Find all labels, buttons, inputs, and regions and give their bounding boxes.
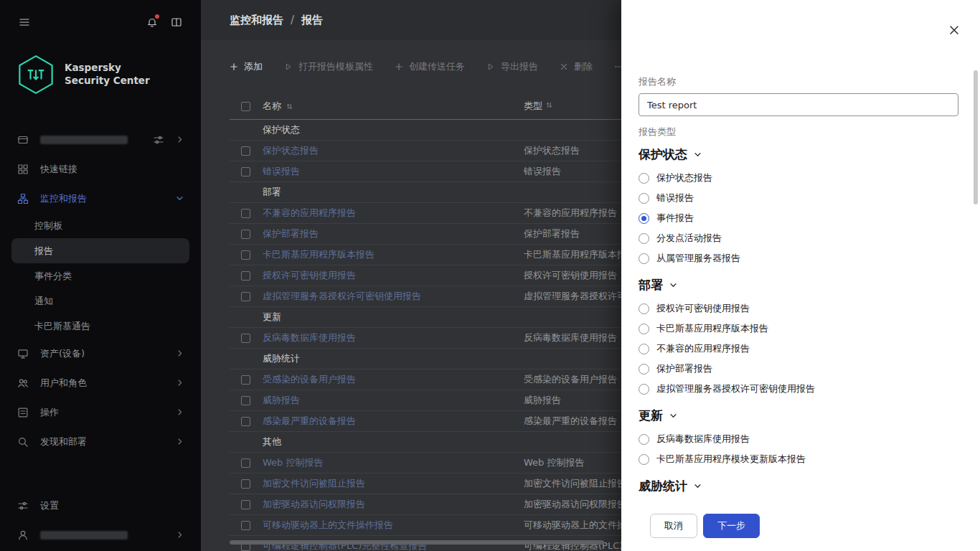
row-checkbox[interactable]	[241, 334, 250, 343]
row-checkbox[interactable]	[241, 209, 250, 218]
drawer-footer: 取消 下一步	[621, 501, 980, 551]
sidebar-item-notifications[interactable]: 通知	[0, 288, 201, 314]
report-link[interactable]: 威胁报告	[263, 394, 300, 407]
sidebar-item-server[interactable]	[0, 125, 201, 154]
panels-icon[interactable]	[171, 17, 182, 28]
radio-option[interactable]: 保护状态报告	[639, 168, 958, 188]
breadcrumb-parent[interactable]: 监控和报告	[230, 14, 283, 27]
row-checkbox[interactable]	[241, 479, 250, 489]
sidebar-item-operations[interactable]: 操作	[0, 397, 201, 427]
report-link[interactable]: 感染最严重的设备报告	[263, 415, 356, 428]
row-checkbox[interactable]	[241, 417, 250, 426]
toolbar-item-delete[interactable]: 删除	[560, 60, 593, 73]
sidebar-item-dashboard[interactable]: 控制板	[0, 213, 201, 238]
radio-option[interactable]: 从属管理服务器报告	[639, 248, 958, 268]
sidebar-item-quick-links[interactable]: 快速链接	[0, 154, 201, 184]
radio-option[interactable]: 虚拟管理服务器授权许可密钥使用报告	[639, 379, 958, 399]
chevron-right-icon	[176, 438, 184, 446]
column-header-type[interactable]: 类型	[524, 100, 542, 111]
column-header-name[interactable]: 名称	[263, 100, 281, 113]
radio-option[interactable]: 保护部署报告	[639, 359, 958, 379]
report-link[interactable]: 保护部署报告	[263, 227, 319, 240]
row-checkbox[interactable]	[241, 271, 250, 281]
vertical-scrollbar-thumb[interactable]	[974, 70, 978, 204]
row-name-cell: 反病毒数据库使用报告	[263, 331, 524, 344]
report-link[interactable]: 不兼容的应用程序报告	[263, 207, 356, 220]
radio-option[interactable]: 授权许可密钥使用报告	[639, 298, 958, 319]
report-link[interactable]: 错误报告	[263, 165, 300, 178]
report-link[interactable]: 受感染的设备用户报告	[263, 373, 356, 386]
report-link[interactable]: 加密驱动器访问权限报告	[263, 498, 365, 511]
section-header-updates[interactable]: 更新	[639, 408, 958, 423]
report-link[interactable]: 加密文件访问被阻止报告	[263, 477, 365, 490]
sort-icon[interactable]	[286, 103, 293, 110]
sidebar-item-reports[interactable]: 报告	[11, 238, 189, 263]
report-link[interactable]: 授权许可密钥使用报告	[263, 269, 356, 282]
notifications-bell-icon[interactable]	[146, 17, 158, 28]
row-check-cell	[230, 521, 263, 530]
horizontal-scrollbar-thumb[interactable]	[230, 540, 604, 545]
kaspersky-logo-icon	[17, 55, 55, 95]
row-checkbox[interactable]	[241, 167, 250, 176]
section-header-protection-status[interactable]: 保护状态	[639, 146, 958, 162]
radio-option[interactable]: 卡巴斯基应用程序模块更新版本报告	[639, 449, 958, 469]
radio-option[interactable]: 分发点活动报告	[639, 228, 958, 248]
sidebar-item-settings[interactable]: 设置	[0, 491, 201, 520]
cancel-button[interactable]: 取消	[650, 514, 697, 538]
report-link[interactable]: 虚拟管理服务器授权许可密钥使用报告	[263, 290, 421, 303]
report-name-input[interactable]	[639, 93, 958, 116]
sidebar-item-monitoring-reporting[interactable]: 监控和报告	[0, 184, 201, 213]
sidebar-item-assets-devices[interactable]: 资产(设备)	[0, 339, 201, 368]
report-link[interactable]: 保护状态报告	[263, 144, 319, 157]
toolbar-item-label: 导出报告	[501, 60, 538, 73]
radio-option[interactable]: 事件报告	[639, 208, 958, 228]
toolbar-item-open-template-properties[interactable]: 打开报告模板属性	[284, 60, 373, 73]
notification-dot	[155, 14, 159, 19]
breadcrumb-current: 报告	[301, 14, 323, 27]
toolbar-item-export-report[interactable]: 导出报告	[486, 60, 538, 73]
radio-option[interactable]: 卡巴斯基应用程序版本报告	[639, 319, 958, 339]
row-checkbox[interactable]	[241, 230, 250, 239]
sidebar-item-account[interactable]	[0, 520, 201, 550]
chevron-right-icon	[176, 379, 184, 387]
sliders-icon[interactable]	[153, 134, 164, 146]
section-header-threat-statistics[interactable]: 威胁统计	[639, 478, 958, 494]
row-checkbox[interactable]	[241, 250, 250, 260]
radio-option[interactable]: 不兼容的应用程序报告	[639, 339, 958, 359]
row-checkbox[interactable]	[241, 396, 250, 405]
radio-option-label: 错误报告	[656, 192, 694, 204]
radio-option[interactable]: 反病毒数据库使用报告	[639, 429, 958, 449]
sidebar-item-users-roles[interactable]: 用户和角色	[0, 368, 201, 397]
row-checkbox[interactable]	[241, 458, 250, 468]
report-type: 错误报告	[524, 166, 561, 176]
next-button[interactable]: 下一步	[703, 514, 760, 538]
radio-button	[639, 303, 649, 314]
group-name: 更新	[263, 311, 281, 324]
radio-option-label: 保护状态报告	[656, 171, 712, 184]
hamburger-menu-icon[interactable]	[19, 17, 30, 28]
sidebar-item-kaspersky-announcements[interactable]: 卡巴斯基通告	[0, 314, 201, 339]
report-link[interactable]: 反病毒数据库使用报告	[263, 331, 356, 344]
row-checkbox[interactable]	[241, 146, 250, 156]
radio-button	[639, 213, 649, 224]
toolbar-item-create-delivery-task[interactable]: 创建传送任务	[395, 60, 465, 73]
sidebar-item-discovery-deployment[interactable]: 发现和部署	[0, 427, 201, 456]
sidebar-item-event-selections[interactable]: 事件分类	[0, 263, 201, 288]
row-checkbox[interactable]	[241, 500, 250, 509]
report-link[interactable]: Web 控制报告	[263, 456, 323, 469]
grid-icon	[17, 164, 29, 175]
report-name-label: 报告名称	[639, 76, 958, 88]
report-link[interactable]: 可移动驱动器上的文件操作报告	[263, 519, 393, 532]
toolbar-item-add[interactable]: 添加	[230, 60, 263, 73]
row-checkbox[interactable]	[241, 375, 250, 385]
radio-button	[639, 253, 649, 264]
sort-icon[interactable]	[545, 101, 553, 109]
group-name: 部署	[263, 186, 281, 199]
report-link[interactable]: 卡巴斯基应用程序版本报告	[263, 248, 374, 261]
row-checkbox[interactable]	[241, 521, 250, 530]
radio-option[interactable]: 错误报告	[639, 188, 958, 208]
section-header-deployment[interactable]: 部署	[639, 277, 958, 293]
select-all-checkbox[interactable]	[241, 102, 250, 111]
row-name-cell: 授权许可密钥使用报告	[263, 269, 524, 282]
row-checkbox[interactable]	[241, 292, 250, 301]
